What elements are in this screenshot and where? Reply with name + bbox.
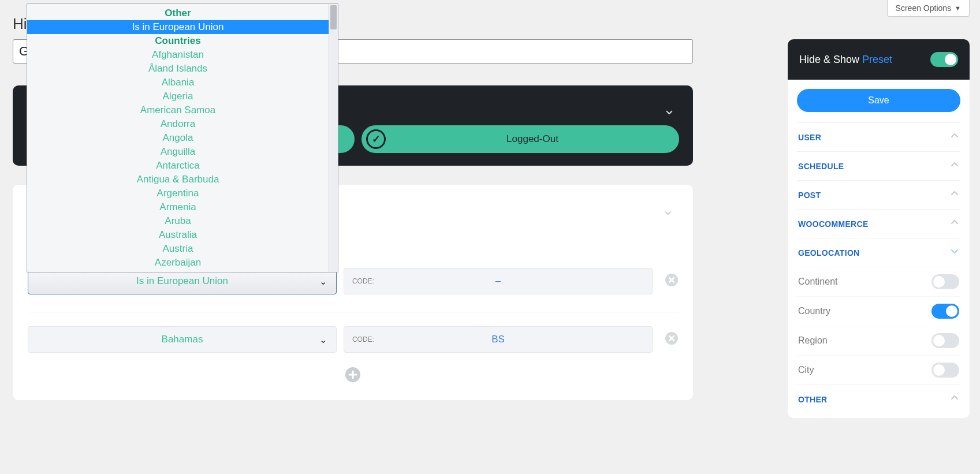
code-value: BS xyxy=(344,334,652,345)
select-value: Bahamas xyxy=(162,334,203,345)
chevron-down-icon xyxy=(950,247,959,259)
dropdown-item[interactable]: Antigua & Barbuda xyxy=(27,173,329,186)
toggle-country[interactable] xyxy=(931,304,959,319)
rule-row: Bahamas ⌄ CODE: BS xyxy=(28,326,678,353)
scrollbar-thumb[interactable] xyxy=(330,5,337,29)
dropdown-item[interactable]: American Samoa xyxy=(27,103,329,117)
chevron-up-icon xyxy=(950,393,959,405)
sub-label: City xyxy=(798,365,814,375)
dropdown-item[interactable]: Albania xyxy=(27,76,329,89)
sub-label: Region xyxy=(798,335,828,346)
sidebar-section-title: GEOLOCATION xyxy=(798,248,859,257)
dropdown-item[interactable]: Australia xyxy=(27,228,329,242)
code-display: CODE: – xyxy=(344,268,653,294)
dropdown-item[interactable]: Algeria xyxy=(27,89,329,103)
sidebar-header: Hide & Show Preset xyxy=(788,39,970,80)
dropdown-item[interactable]: Anguilla xyxy=(27,145,329,159)
plus-circle-icon xyxy=(345,367,360,382)
chevron-down-icon: ⌄ xyxy=(319,276,327,287)
screen-options-button[interactable]: Screen Options ▼ xyxy=(887,0,970,17)
toggle-city[interactable] xyxy=(931,363,959,378)
select-value: Is in European Union xyxy=(136,275,228,287)
sidebar-section-user[interactable]: USER xyxy=(797,122,960,151)
dropdown-item[interactable]: Aruba xyxy=(27,214,329,228)
divider xyxy=(28,312,678,312)
chevron-up-icon xyxy=(950,131,959,143)
toggle-continent[interactable] xyxy=(931,274,959,289)
chevron-down-icon: ⌄ xyxy=(319,334,327,345)
sidebar-section-title: SCHEDULE xyxy=(798,162,844,171)
sidebar-section-title: USER xyxy=(798,133,821,142)
code-display: CODE: BS xyxy=(344,326,653,353)
dropdown-item[interactable]: Austria xyxy=(27,242,329,256)
sidebar-section-post[interactable]: POST xyxy=(797,180,960,209)
sidebar-title: Hide & Show Preset xyxy=(799,54,892,66)
dropdown-item[interactable]: Andorra xyxy=(27,117,329,131)
sidebar: Hide & Show Preset Save USERSCHEDULEPOST… xyxy=(788,39,970,418)
remove-rule-button[interactable] xyxy=(665,331,678,349)
chevron-up-icon xyxy=(950,160,959,172)
geolocation-sub-city: City xyxy=(797,355,960,385)
chevron-up-icon xyxy=(950,218,959,230)
close-circle-icon xyxy=(665,332,678,345)
master-toggle[interactable] xyxy=(930,52,958,67)
geolocation-sub-continent: Continent xyxy=(797,267,960,296)
add-rule-button[interactable] xyxy=(28,367,678,386)
code-value: – xyxy=(344,275,652,287)
dropdown-item[interactable]: Argentina xyxy=(27,186,329,200)
dropdown-item[interactable]: Azerbaijan xyxy=(27,256,329,270)
sidebar-title-accent: Preset xyxy=(862,54,892,65)
dropdown-item[interactable]: Armenia xyxy=(27,200,329,214)
sidebar-section-title: OTHER xyxy=(798,395,828,404)
sidebar-body: Save USERSCHEDULEPOSTWOOCOMMERCEGEOLOCAT… xyxy=(788,80,970,418)
dropdown-list[interactable]: OtherIs in European UnionCountriesAfghan… xyxy=(27,4,329,272)
country-select[interactable]: Bahamas ⌄ xyxy=(28,326,337,353)
sidebar-section-woocommerce[interactable]: WOOCOMMERCE xyxy=(797,209,960,238)
scrollbar[interactable] xyxy=(329,4,338,272)
dropdown-item[interactable]: Afghanistan xyxy=(27,48,329,62)
dropdown-group-header: Other xyxy=(27,6,329,20)
visibility-pill-label: Logged-Out xyxy=(386,133,679,145)
close-circle-icon xyxy=(665,274,678,286)
chevron-down-icon[interactable]: ⌄ xyxy=(663,100,676,118)
sub-label: Country xyxy=(798,306,830,316)
sidebar-section-geolocation[interactable]: GEOLOCATION xyxy=(797,238,960,267)
dropdown-group-header: Countries xyxy=(27,34,329,48)
dropdown-item[interactable]: Antarctica xyxy=(27,159,329,173)
toggle-region[interactable] xyxy=(931,333,959,348)
visibility-pill-logged-out[interactable]: Logged-Out xyxy=(362,125,679,153)
save-button[interactable]: Save xyxy=(797,89,960,112)
dropdown-item[interactable]: Angola xyxy=(27,131,329,145)
check-icon xyxy=(366,129,386,149)
chevron-up-icon xyxy=(950,189,959,201)
country-dropdown: OtherIs in European UnionCountriesAfghan… xyxy=(27,3,338,273)
geolocation-sub-region: Region xyxy=(797,326,960,355)
screen-options-label: Screen Options xyxy=(896,3,952,13)
sidebar-section-other[interactable]: OTHER xyxy=(797,385,960,413)
page-title: Hi xyxy=(13,15,27,33)
dropdown-item[interactable]: Åland Islands xyxy=(27,62,329,76)
dropdown-item[interactable]: Bahamas xyxy=(27,270,329,272)
dropdown-item[interactable]: Is in European Union xyxy=(27,20,329,34)
chevron-down-icon[interactable]: ⌄ xyxy=(662,201,675,219)
sidebar-title-main: Hide & Show xyxy=(799,54,859,65)
sub-label: Continent xyxy=(798,277,838,287)
caret-down-icon: ▼ xyxy=(955,5,961,12)
geolocation-sub-country: Country xyxy=(797,296,960,326)
sidebar-section-title: WOOCOMMERCE xyxy=(798,219,869,229)
remove-rule-button[interactable] xyxy=(665,273,678,290)
sidebar-section-title: POST xyxy=(798,191,821,200)
sidebar-section-schedule[interactable]: SCHEDULE xyxy=(797,151,960,180)
